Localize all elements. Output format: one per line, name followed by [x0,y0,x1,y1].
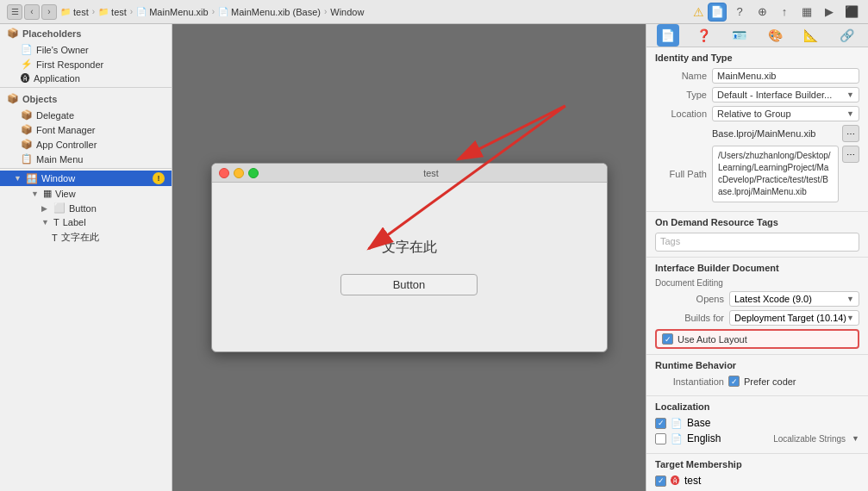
full-path-browse-btn[interactable]: ⋯ [842,146,859,163]
toolbar-right: ⚠ 📄 ? ⊕ ↑ ▦ ▶ ⬛ [693,3,861,22]
traffic-green[interactable] [248,168,259,178]
tags-input[interactable]: Tags [655,233,859,252]
full-path-value: /Users/zhuzhanlong/Desktop/Learning/Lear… [712,146,839,202]
breadcrumb-item-mainmenu-xib[interactable]: 📄 MainMenu.xib [136,7,208,17]
grid-btn[interactable]: ▦ [797,3,816,22]
mock-button[interactable]: Button [340,274,478,295]
button-expand-arrow[interactable]: ▶ [41,204,50,213]
target-test-checkbox[interactable]: ✓ [655,475,666,487]
traffic-yellow[interactable] [234,168,244,178]
warning-icon: ⚠ [693,5,704,19]
prefer-coder-checkbox[interactable]: ✓ [728,376,740,387]
separator2 [0,168,172,169]
help-btn[interactable]: ? [730,3,749,22]
file-inspector-btn[interactable]: 📄 [708,3,727,22]
connections-inspector-tab[interactable]: 🔗 [835,24,858,47]
type-select[interactable]: Default - Interface Builder... ▼ [712,87,859,103]
chinese-text-icon: T [52,233,58,243]
tree-item-button[interactable]: ▶ ⬜ Button [0,201,172,215]
location-label: Location [655,109,707,119]
tree-item-app-controller[interactable]: 📦 App Controller [0,137,172,152]
english-loc-icon: 📄 [671,433,683,444]
breadcrumb-item-test2[interactable]: 📁 test [98,7,127,17]
localization-title: Localization [655,401,859,412]
location-field-row: Location Relative to Group ▼ [655,106,859,121]
instantiation-row: Instantiation ✓ Prefer coder [655,376,859,387]
attributes-inspector-tab[interactable]: 🎨 [764,24,786,47]
opens-label: Opens [655,294,724,304]
opens-field-row: Opens Latest Xcode (9.0) ▼ [655,291,859,307]
folder-icon: 📁 [60,7,71,16]
quick-help-tab[interactable]: ❓ [692,24,715,47]
breadcrumb-item-mainmenu-base[interactable]: 📄 MainMenu.xib (Base) [218,7,321,17]
identity-type-section: Identity and Type Name MainMenu.xib Type… [646,47,868,212]
builds-for-select[interactable]: Deployment Target (10.14) ▼ [729,310,859,326]
breadcrumb-item-test1[interactable]: 📁 test [60,7,89,17]
view-expand-arrow[interactable]: ▼ [31,190,40,198]
localizable-strings-arrow: ▼ [852,434,859,443]
breadcrumb-item-window[interactable]: Window [330,7,364,17]
button-icon: ⬜ [53,202,66,214]
ib-document-title: Interface Builder Document [655,263,859,273]
size-inspector-tab[interactable]: 📐 [800,24,822,47]
main-menu-icon: 📋 [21,153,33,165]
canvas-area[interactable]: test 文字在此 Button [172,24,646,491]
base-loc-checkbox[interactable]: ✓ [655,418,666,429]
tree-item-delegate[interactable]: 📦 Delegate [0,108,172,122]
opens-select-arrow: ▼ [846,295,854,303]
top-bar: ☰ ‹ › 📁 test › 📁 test › 📄 MainMenu.xib ›… [0,0,868,24]
sidebar-toggle[interactable]: ☰ [7,4,22,20]
opens-select[interactable]: Latest Xcode (9.0) ▼ [729,291,859,307]
tree-item-chinese-text[interactable]: T 文字在此 [0,229,172,246]
use-auto-layout-checkbox[interactable]: ✓ [662,333,673,345]
mock-label: 文字在此 [382,239,437,257]
builds-for-field-row: Builds for Deployment Target (10.14) ▼ [655,310,859,326]
identity-inspector-tab[interactable]: 🪪 [728,24,751,47]
location-select[interactable]: Relative to Group ▼ [712,106,859,121]
tree-item-view[interactable]: ▼ ▦ View [0,186,172,201]
localization-section: Localization ✓ 📄 Base 📄 English Localiza… [646,396,868,454]
application-icon: 🅐 [21,73,30,84]
tree-item-files-owner[interactable]: 📄 File's Owner [0,42,172,57]
breadcrumb: 📁 test › 📁 test › 📄 MainMenu.xib › 📄 Mai… [60,7,364,17]
file-icon: 📄 [136,7,147,16]
name-label: Name [655,71,707,81]
on-demand-title: On Demand Resource Tags [655,217,859,227]
base-path-row: Base.lproj/MainMenu.xib ⋯ [655,125,859,142]
name-value[interactable]: MainMenu.xib [712,68,859,84]
placeholders-icon: 📦 [7,28,19,39]
tree-item-main-menu[interactable]: 📋 Main Menu [0,152,172,166]
files-owner-icon: 📄 [21,44,33,55]
identity-type-title: Identity and Type [655,53,859,63]
label-expand-arrow[interactable]: ▼ [41,218,50,227]
tree-item-application[interactable]: 🅐 Application [0,71,172,85]
english-loc-checkbox[interactable] [655,433,666,444]
nav-forward[interactable]: › [41,4,57,20]
file-inspector-tab[interactable]: 📄 [657,24,679,47]
instantiation-label: Instantiation [655,376,724,387]
localizable-strings-label: Localizable Strings [773,434,846,444]
tree-item-first-responder[interactable]: ⚡ First Responder [0,57,172,71]
type-label: Type [655,90,707,100]
nav-back[interactable]: ‹ [24,4,40,20]
add-btn[interactable]: ⊕ [752,3,771,22]
english-loc-label: English [687,432,721,444]
prefer-coder-label: Prefer coder [744,376,796,387]
tree-item-label[interactable]: ▼ T Label [0,215,172,229]
english-localization-row: 📄 English Localizable Strings ▼ [655,432,859,444]
breadcrumb-sep3: › [212,7,215,16]
tree-item-window[interactable]: ▼ 🪟 Window ! [0,171,172,186]
tree-item-font-manager[interactable]: 📦 Font Manager [0,122,172,137]
base-path-browse-btn[interactable]: ⋯ [842,125,859,142]
base-loc-label: Base [687,417,710,429]
stop-btn[interactable]: ⬛ [842,3,861,22]
font-manager-icon: 📦 [21,124,33,135]
window-expand-arrow[interactable]: ▼ [14,174,22,183]
mock-titlebar: test [212,164,607,183]
center-canvas[interactable]: test 文字在此 Button [172,24,646,491]
up-btn[interactable]: ↑ [775,3,794,22]
runtime-behavior-title: Runtime Behavior [655,360,859,370]
play-btn[interactable]: ▶ [820,3,839,22]
traffic-red[interactable] [219,168,229,178]
base-path-value: Base.lproj/MainMenu.xib [712,128,837,139]
